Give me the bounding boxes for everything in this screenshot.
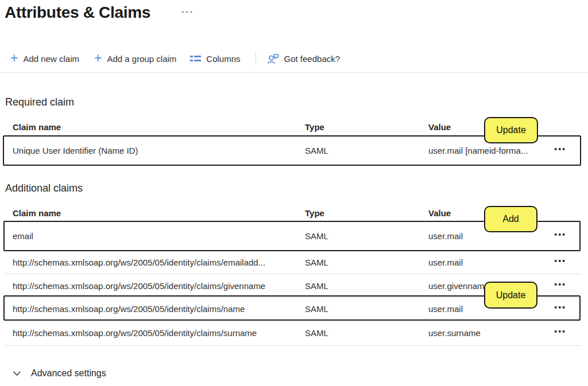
claim-type-cell: SAML (305, 146, 428, 155)
additional-claims-heading: Additional claims (5, 182, 83, 194)
sticky-label: Update (496, 290, 526, 301)
columns-label: Columns (206, 54, 240, 64)
header-claim-name: Claim name (5, 208, 305, 218)
toolbar-rule (0, 72, 588, 73)
row-context-menu-button[interactable]: ••• (554, 256, 566, 266)
row-context-menu-button[interactable]: ••• (554, 230, 566, 239)
row-context-menu-button[interactable]: ••• (554, 327, 566, 336)
claim-name-cell: http://schemas.xmlsoap.org/ws/2005/05/id… (5, 281, 305, 291)
claim-row-emailaddress[interactable]: http://schemas.xmlsoap.org/ws/2005/05/id… (5, 251, 581, 274)
claim-value-cell: user.mail (428, 231, 547, 241)
sticky-label: Add (502, 214, 519, 224)
advanced-settings-label: Advanced settings (31, 368, 106, 379)
claim-name-cell: http://schemas.xmlsoap.org/ws/2005/05/id… (5, 304, 305, 314)
row-context-menu-button[interactable]: ••• (554, 303, 566, 312)
row-context-menu-button[interactable]: ••• (554, 145, 566, 154)
claim-value-cell: user.surname (428, 328, 547, 338)
plus-icon: + (94, 52, 102, 65)
columns-icon (190, 54, 201, 63)
claim-type-cell: SAML (305, 281, 428, 291)
chevron-down-icon (13, 371, 21, 376)
claim-row-surname[interactable]: http://schemas.xmlsoap.org/ws/2005/05/id… (5, 321, 581, 346)
add-group-claim-button[interactable]: + Add a group claim (94, 52, 176, 65)
feedback-person-icon (267, 53, 279, 64)
columns-button[interactable]: Columns (190, 54, 240, 64)
annotation-sticky-add: Add (484, 206, 537, 232)
claim-name-cell: http://schemas.xmlsoap.org/ws/2005/05/id… (5, 328, 305, 338)
claim-name-cell: Unique User Identifier (Name ID) (5, 146, 305, 155)
claim-name-cell: http://schemas.xmlsoap.org/ws/2005/05/id… (5, 258, 305, 267)
attributes-claims-page: Attributes & Claims ··· + Add new claim … (0, 0, 588, 386)
toolbar-divider (256, 52, 256, 65)
claim-type-cell: SAML (305, 231, 428, 241)
add-group-claim-label: Add a group claim (107, 54, 176, 64)
got-feedback-button[interactable]: Got feedback? (267, 53, 341, 64)
command-bar: + Add new claim + Add a group claim Colu… (10, 49, 340, 68)
page-title-more-menu[interactable]: ··· (181, 7, 194, 17)
claim-name-cell: email (5, 231, 305, 241)
required-claim-heading: Required claim (5, 96, 74, 108)
sticky-label: Update (496, 125, 526, 135)
claim-value-cell: user.mail [nameid-forma... (428, 146, 547, 155)
add-new-claim-label: Add new claim (23, 54, 79, 64)
header-type: Type (305, 208, 428, 218)
annotation-sticky-update-name: Update (484, 282, 537, 309)
header-type: Type (305, 122, 428, 132)
advanced-settings-expander[interactable]: Advanced settings (13, 368, 106, 379)
got-feedback-label: Got feedback? (284, 54, 341, 64)
claim-value-cell: user.mail (428, 258, 547, 267)
header-claim-name: Claim name (5, 122, 305, 132)
claim-type-cell: SAML (305, 304, 428, 314)
claim-type-cell: SAML (305, 328, 428, 338)
row-context-menu-button[interactable]: ••• (554, 280, 566, 289)
plus-icon: + (10, 52, 18, 65)
claim-type-cell: SAML (305, 258, 428, 267)
page-title: Attributes & Claims (5, 3, 150, 22)
add-new-claim-button[interactable]: + Add new claim (10, 52, 79, 65)
annotation-sticky-update-required: Update (484, 117, 538, 143)
